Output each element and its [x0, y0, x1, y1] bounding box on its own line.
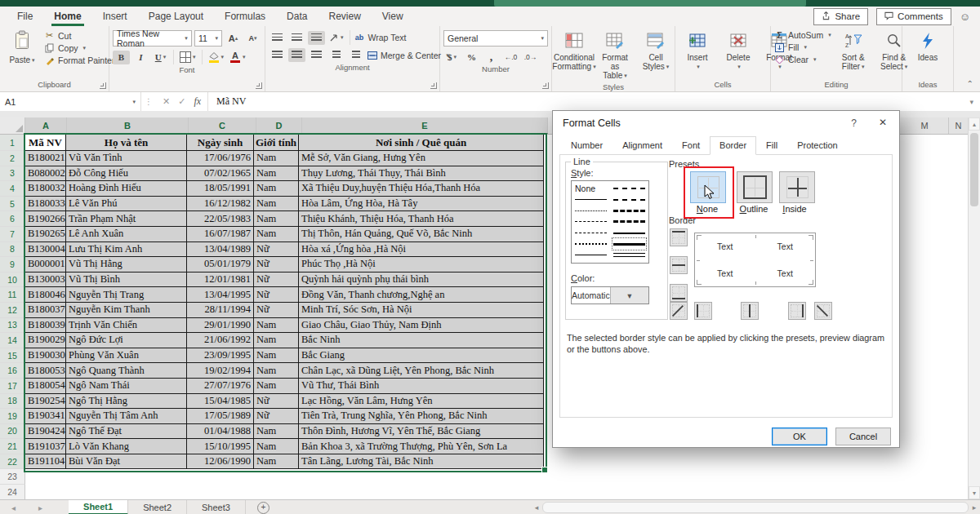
sheet-tab-sheet1[interactable]: Sheet1 — [69, 500, 128, 514]
data-cell[interactable]: Hoàng Đình Hiếu — [66, 181, 187, 197]
row-number[interactable]: 17 — [0, 379, 25, 394]
data-cell[interactable]: Nữ — [254, 409, 299, 424]
data-cell[interactable]: B180033 — [25, 197, 66, 212]
copy-button[interactable]: Copy▾ — [44, 43, 114, 53]
row-number[interactable]: 4 — [0, 181, 25, 197]
feedback-smiley-icon[interactable]: ☺ — [960, 11, 970, 23]
dialog-tab-alignment[interactable]: Alignment — [612, 136, 672, 154]
row-number[interactable]: 23 — [0, 469, 25, 485]
line-style-option[interactable] — [613, 184, 645, 193]
data-cell[interactable]: Vũ Văn Tình — [66, 151, 187, 166]
row-number[interactable]: 2 — [0, 151, 25, 166]
color-dropdown[interactable]: Automatic ▾ — [571, 286, 649, 304]
line-style-option[interactable] — [575, 250, 607, 260]
dialog-tab-font[interactable]: Font — [672, 136, 710, 154]
data-cell[interactable]: Nữ — [254, 394, 299, 410]
data-cell[interactable]: Lê Anh Xuân — [66, 227, 187, 242]
data-cell[interactable]: B180046 — [25, 287, 66, 303]
align-right-button[interactable] — [308, 48, 325, 62]
data-cell[interactable]: Vũ Thư, Thái Bình — [299, 379, 544, 394]
align-center-button[interactable] — [288, 48, 305, 62]
scroll-left-icon[interactable]: ◂ — [531, 500, 542, 514]
border-right-button[interactable] — [788, 302, 806, 320]
color-dropdown-icon[interactable]: ▾ — [610, 287, 648, 304]
ideas-button[interactable]: Ideas — [909, 29, 947, 64]
data-cell[interactable]: B190030 — [25, 348, 66, 364]
data-cell[interactable]: Ngô Quang Thành — [66, 363, 187, 379]
line-style-option[interactable] — [575, 195, 607, 205]
sheet-tab-sheet3[interactable]: Sheet3 — [187, 500, 246, 514]
data-cell[interactable]: Ngô Nam Thái — [66, 379, 187, 394]
row-number[interactable]: 9 — [0, 257, 25, 273]
paste-button[interactable]: Paste▾ — [3, 29, 41, 66]
line-style-option[interactable] — [575, 206, 607, 215]
data-cell[interactable]: Mễ Sở, Văn Giang, Hưng Yên — [299, 151, 544, 166]
border-preview[interactable]: Text Text Text Text — [694, 233, 816, 287]
sheet-nav-right-icon[interactable]: ▸ — [27, 503, 54, 512]
data-cell[interactable]: Nữ — [254, 257, 299, 273]
sheet-nav-left-icon[interactable]: ◂ — [0, 503, 27, 512]
data-cell[interactable]: Phùng Văn Xuân — [66, 348, 187, 364]
data-cell[interactable]: B180037 — [25, 303, 66, 318]
comments-button[interactable]: Comments — [876, 8, 951, 25]
data-cell[interactable]: Nam — [254, 151, 299, 166]
increase-indent-button[interactable] — [347, 48, 364, 62]
data-cell[interactable]: 18/05/1991 — [187, 181, 254, 197]
data-cell[interactable]: B190424 — [25, 424, 66, 440]
data-cell[interactable]: Bắc Giang — [299, 348, 544, 364]
data-cell[interactable]: 17/06/1976 — [187, 151, 254, 166]
data-cell[interactable]: B190265 — [25, 227, 66, 242]
autosum-button[interactable]: ΣAutoSum▾ — [774, 30, 831, 40]
column-header-e[interactable]: E — [302, 117, 548, 134]
line-style-option[interactable] — [575, 239, 607, 249]
data-cell[interactable]: 07/02/1965 — [187, 166, 254, 182]
row-number[interactable]: 24 — [0, 485, 25, 499]
scroll-up-icon[interactable]: ▴ — [969, 117, 980, 131]
line-style-option[interactable] — [613, 206, 645, 215]
titlebar-search[interactable] — [494, 0, 806, 7]
dialog-tab-fill[interactable]: Fill — [756, 136, 787, 154]
data-cell[interactable]: Nam — [254, 211, 299, 227]
data-cell[interactable]: Lưu Thị Kim Anh — [66, 242, 187, 258]
cut-button[interactable]: ✂Cut — [44, 30, 114, 41]
horizontal-scroll-thumb[interactable] — [542, 502, 969, 513]
row-number[interactable]: 1 — [0, 135, 25, 151]
conditional-formatting-button[interactable]: Conditional Formatting▾ — [555, 29, 593, 73]
dialog-close-icon[interactable]: ✕ — [866, 111, 899, 134]
data-cell[interactable]: Chân Lạc, xã Dũng Liệt, Yên Phong, Bắc N… — [299, 363, 544, 379]
fill-button[interactable]: Fill▾ — [774, 42, 831, 52]
align-left-button[interactable] — [269, 48, 286, 62]
data-cell[interactable]: Nam — [254, 333, 299, 348]
data-cell[interactable]: B130003 — [25, 273, 66, 288]
data-cell[interactable]: Thị Thôn, Hán Quảng, Quế Võ, Bắc Ninh — [299, 227, 544, 242]
data-cell[interactable]: 22/05/1983 — [187, 211, 254, 227]
border-middle-vertical-button[interactable] — [741, 302, 759, 320]
row-number[interactable]: 19 — [0, 409, 25, 424]
data-cell[interactable]: Thiệu Khánh, Thiệu Hóa, Thanh Hóa — [299, 211, 544, 227]
grow-font-button[interactable]: A▴ — [225, 32, 242, 46]
comma-style-button[interactable]: , — [483, 50, 500, 64]
row-number[interactable]: 8 — [0, 242, 25, 258]
data-cell[interactable]: B180054 — [25, 379, 66, 394]
data-cell[interactable]: Đỗ Công Hiếu — [66, 166, 187, 182]
data-cell[interactable]: Bùi Văn Đạt — [66, 454, 187, 470]
dialog-help-icon[interactable]: ? — [851, 117, 857, 129]
data-cell[interactable]: 01/04/1988 — [187, 424, 254, 440]
empty-cells[interactable] — [25, 485, 980, 499]
format-painter-button[interactable]: Format Painter — [44, 55, 114, 65]
data-cell[interactable]: 29/01/1990 — [187, 318, 254, 334]
accounting-format-button[interactable]: $▾ — [443, 50, 461, 64]
data-cell[interactable]: Nam — [254, 454, 299, 470]
header-cell[interactable]: Giới tính — [254, 135, 299, 151]
data-cell[interactable]: B180053 — [25, 363, 66, 379]
data-cell[interactable]: Nữ — [254, 287, 299, 303]
row-number[interactable]: 7 — [0, 227, 25, 242]
cell-styles-button[interactable]: Cell Styles▾ — [637, 29, 675, 73]
horizontal-scrollbar[interactable]: ◂ ▸ — [531, 500, 980, 514]
data-cell[interactable]: 16/07/1987 — [187, 227, 254, 242]
select-all-corner[interactable] — [0, 117, 25, 134]
line-style-option[interactable] — [613, 228, 645, 238]
increase-decimal-button[interactable]: ←.0 — [502, 50, 519, 64]
column-header-b[interactable]: B — [67, 117, 189, 134]
font-color-button[interactable]: A▾ — [228, 51, 247, 64]
